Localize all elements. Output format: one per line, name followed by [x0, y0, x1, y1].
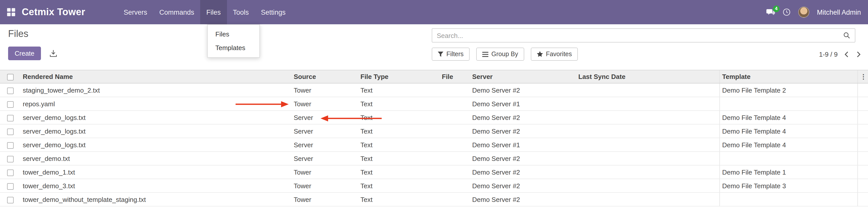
- row-select-cell: [0, 152, 20, 165]
- row-dots-cell: [857, 83, 868, 97]
- row-dots-cell: [857, 192, 868, 206]
- cell-server: Demo Server #2: [470, 124, 576, 138]
- cell-rendered-name: repos.yaml: [20, 97, 291, 111]
- nav-menu-tools[interactable]: Tools: [227, 0, 255, 24]
- cell-source: Tower: [291, 192, 358, 206]
- row-checkbox[interactable]: [7, 197, 13, 203]
- cell-server: Demo Server #2: [470, 152, 576, 165]
- row-select-cell: [0, 124, 20, 138]
- search-bar: [432, 28, 855, 42]
- row-dots-cell: [857, 138, 868, 152]
- row-select-cell: [0, 192, 20, 206]
- pager-previous-button[interactable]: [843, 50, 850, 58]
- user-avatar[interactable]: [798, 7, 809, 18]
- cell-file: [439, 97, 470, 111]
- favorites-button[interactable]: Favorites: [531, 48, 578, 61]
- select-all-checkbox[interactable]: [7, 74, 13, 81]
- table-row[interactable]: tower_demo_without_template_staging.txtT…: [0, 192, 868, 206]
- column-header-file[interactable]: File: [439, 70, 470, 83]
- page-title: Files: [8, 28, 28, 39]
- row-checkbox[interactable]: [7, 183, 13, 189]
- row-checkbox[interactable]: [7, 128, 13, 135]
- row-select-cell: [0, 83, 20, 97]
- table-row[interactable]: staging_tower_demo_2.txtTowerTextDemo Se…: [0, 83, 868, 97]
- cell-template: Demo File Template 1: [719, 165, 857, 179]
- cell-last-sync-date: [576, 111, 719, 124]
- download-export-button[interactable]: [50, 50, 57, 57]
- row-checkbox[interactable]: [7, 169, 13, 176]
- nav-menu-servers[interactable]: Servers: [118, 0, 153, 24]
- row-checkbox[interactable]: [7, 142, 13, 149]
- chevron-right-icon: [856, 51, 861, 57]
- search-input[interactable]: [437, 32, 843, 39]
- filters-button[interactable]: Filters: [432, 48, 470, 61]
- table-row[interactable]: tower_demo_3.txtTowerTextDemo Server #2D…: [0, 179, 868, 192]
- brand-title: Cetmix Tower: [22, 7, 85, 18]
- pager-range: 1-9 / 9: [819, 50, 838, 58]
- cell-rendered-name: server_demo_logs.txt: [20, 124, 291, 138]
- pager-next-button[interactable]: [855, 50, 862, 58]
- cell-source: Tower: [291, 97, 358, 111]
- table-row[interactable]: repos.yamlTowerTextDemo Server #1: [0, 97, 868, 111]
- nav-menu-settings[interactable]: Settings: [255, 0, 292, 24]
- row-select-cell: [0, 179, 20, 192]
- column-header-rendered-name[interactable]: Rendered Name: [20, 70, 291, 83]
- table-row[interactable]: server_demo_logs.txtServerTextDemo Serve…: [0, 111, 868, 124]
- files-dropdown: FilesTemplates: [207, 24, 260, 58]
- user-name[interactable]: Mitchell Admin: [817, 8, 861, 16]
- cell-server: Demo Server #2: [470, 111, 576, 124]
- cell-file: [439, 179, 470, 192]
- files-table: Rendered Name Source File Type File Serv…: [0, 70, 868, 206]
- cell-rendered-name: staging_tower_demo_2.txt: [20, 83, 291, 97]
- cell-server: Demo Server #2: [470, 165, 576, 179]
- cell-file-type: Text: [358, 83, 439, 97]
- group-by-icon: [482, 51, 488, 57]
- column-header-source[interactable]: Source: [291, 70, 358, 83]
- cell-file: [439, 124, 470, 138]
- table-row[interactable]: server_demo_logs.txtServerTextDemo Serve…: [0, 124, 868, 138]
- row-dots-cell: [857, 124, 868, 138]
- cell-rendered-name: server_demo_logs.txt: [20, 111, 291, 124]
- filters-label: Filters: [446, 51, 464, 58]
- messages-icon[interactable]: 4: [766, 8, 775, 16]
- column-header-server[interactable]: Server: [470, 70, 576, 83]
- table-row[interactable]: server_demo_logs.txtServerTextDemo Serve…: [0, 138, 868, 152]
- apps-grid-icon[interactable]: [7, 8, 15, 16]
- column-header-file-type[interactable]: File Type: [358, 70, 439, 83]
- row-checkbox[interactable]: [7, 115, 13, 121]
- table-row[interactable]: server_demo.txtServerTextDemo Server #2: [0, 152, 868, 165]
- cell-rendered-name: tower_demo_3.txt: [20, 179, 291, 192]
- star-icon: [537, 51, 543, 57]
- cell-template: Demo File Template 3: [719, 179, 857, 192]
- row-dots-cell: [857, 97, 868, 111]
- row-checkbox[interactable]: [7, 87, 13, 94]
- cell-file-type: Text: [358, 97, 439, 111]
- nav-menu-commands[interactable]: Commands: [153, 0, 200, 24]
- filter-buttons: Filters Group By Favorites: [432, 48, 578, 61]
- optional-columns-icon[interactable]: ⋮: [857, 70, 868, 83]
- dropdown-item-templates[interactable]: Templates: [208, 41, 259, 55]
- cell-last-sync-date: [576, 97, 719, 111]
- table-row[interactable]: tower_demo_1.txtTowerTextDemo Server #2D…: [0, 165, 868, 179]
- row-dots-cell: [857, 152, 868, 165]
- cell-server: Demo Server #1: [470, 138, 576, 152]
- dropdown-item-files[interactable]: Files: [208, 27, 259, 41]
- create-button[interactable]: Create: [8, 47, 41, 60]
- row-select-cell: [0, 138, 20, 152]
- cell-template: [719, 192, 857, 206]
- select-all-cell: [0, 70, 20, 83]
- cell-source: Tower: [291, 83, 358, 97]
- column-header-template[interactable]: Template: [719, 70, 857, 83]
- row-checkbox[interactable]: [7, 101, 13, 108]
- cell-last-sync-date: [576, 152, 719, 165]
- search-icon[interactable]: [843, 32, 850, 39]
- group-by-button[interactable]: Group By: [476, 48, 524, 61]
- row-select-cell: [0, 111, 20, 124]
- row-checkbox[interactable]: [7, 156, 13, 162]
- cell-file-type: Text: [358, 124, 439, 138]
- cell-file: [439, 111, 470, 124]
- nav-menu-files[interactable]: Files: [200, 0, 227, 24]
- activities-clock-icon[interactable]: [782, 8, 790, 16]
- column-header-last-sync-date[interactable]: Last Sync Date: [576, 70, 719, 83]
- cell-server: Demo Server #1: [470, 97, 576, 111]
